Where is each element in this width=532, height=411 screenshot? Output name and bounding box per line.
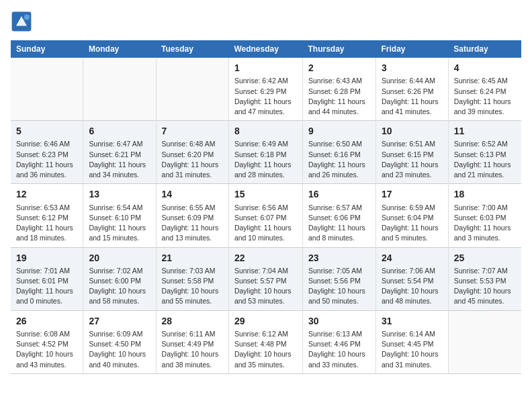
day-number: 12 <box>16 187 77 201</box>
day-info: Sunrise: 6:11 AM Sunset: 4:49 PM Dayligh… <box>162 329 223 370</box>
calendar-week-1: 1Sunrise: 6:42 AM Sunset: 6:29 PM Daylig… <box>11 58 521 121</box>
calendar-cell: 22Sunrise: 7:04 AM Sunset: 5:57 PM Dayli… <box>228 247 302 310</box>
weekday-header-friday: Friday <box>375 40 448 58</box>
calendar-cell: 23Sunrise: 7:05 AM Sunset: 5:56 PM Dayli… <box>303 247 376 310</box>
svg-point-2 <box>24 15 30 20</box>
calendar-cell <box>83 58 156 121</box>
day-number: 3 <box>382 61 443 75</box>
day-number: 19 <box>16 251 77 265</box>
calendar-cell: 15Sunrise: 6:56 AM Sunset: 6:07 PM Dayli… <box>228 184 302 247</box>
day-number: 17 <box>382 187 443 201</box>
day-info: Sunrise: 6:08 AM Sunset: 4:52 PM Dayligh… <box>16 329 77 370</box>
day-number: 13 <box>89 187 150 201</box>
calendar-cell: 18Sunrise: 7:00 AM Sunset: 6:03 PM Dayli… <box>448 184 521 247</box>
page-header <box>11 11 521 32</box>
calendar-cell: 11Sunrise: 6:52 AM Sunset: 6:13 PM Dayli… <box>448 121 521 184</box>
day-info: Sunrise: 7:02 AM Sunset: 6:00 PM Dayligh… <box>89 266 150 307</box>
weekday-header-thursday: Thursday <box>303 40 376 58</box>
day-info: Sunrise: 6:53 AM Sunset: 6:12 PM Dayligh… <box>16 203 77 244</box>
calendar-cell: 13Sunrise: 6:54 AM Sunset: 6:10 PM Dayli… <box>83 184 156 247</box>
day-info: Sunrise: 6:46 AM Sunset: 6:23 PM Dayligh… <box>16 139 77 180</box>
calendar-cell: 27Sunrise: 6:09 AM Sunset: 4:50 PM Dayli… <box>83 310 156 373</box>
calendar-cell: 28Sunrise: 6:11 AM Sunset: 4:49 PM Dayli… <box>156 310 228 373</box>
calendar-cell: 19Sunrise: 7:01 AM Sunset: 6:01 PM Dayli… <box>11 247 83 310</box>
day-number: 20 <box>89 251 150 265</box>
calendar-cell: 16Sunrise: 6:57 AM Sunset: 6:06 PM Dayli… <box>303 184 376 247</box>
calendar-cell: 7Sunrise: 6:48 AM Sunset: 6:20 PM Daylig… <box>156 121 228 184</box>
calendar-week-3: 12Sunrise: 6:53 AM Sunset: 6:12 PM Dayli… <box>11 184 521 247</box>
calendar-cell: 10Sunrise: 6:51 AM Sunset: 6:15 PM Dayli… <box>375 121 448 184</box>
calendar-cell: 6Sunrise: 6:47 AM Sunset: 6:21 PM Daylig… <box>83 121 156 184</box>
day-info: Sunrise: 6:51 AM Sunset: 6:15 PM Dayligh… <box>382 139 443 180</box>
day-number: 28 <box>162 314 223 328</box>
day-number: 15 <box>234 187 297 201</box>
day-number: 26 <box>16 314 77 328</box>
day-info: Sunrise: 6:52 AM Sunset: 6:13 PM Dayligh… <box>454 139 516 180</box>
day-number: 30 <box>308 314 370 328</box>
day-info: Sunrise: 6:13 AM Sunset: 4:46 PM Dayligh… <box>308 329 370 370</box>
day-info: Sunrise: 7:01 AM Sunset: 6:01 PM Dayligh… <box>16 266 77 307</box>
day-info: Sunrise: 6:50 AM Sunset: 6:16 PM Dayligh… <box>308 139 370 180</box>
calendar-cell <box>11 58 83 121</box>
calendar-cell: 21Sunrise: 7:03 AM Sunset: 5:58 PM Dayli… <box>156 247 228 310</box>
day-number: 21 <box>162 251 223 265</box>
day-info: Sunrise: 6:42 AM Sunset: 6:29 PM Dayligh… <box>234 76 297 117</box>
calendar-table: SundayMondayTuesdayWednesdayThursdayFrid… <box>11 40 521 374</box>
day-number: 11 <box>454 124 516 138</box>
calendar-cell: 17Sunrise: 6:59 AM Sunset: 6:04 PM Dayli… <box>375 184 448 247</box>
day-number: 7 <box>162 124 223 138</box>
calendar-cell <box>448 310 521 373</box>
calendar-cell: 24Sunrise: 7:06 AM Sunset: 5:54 PM Dayli… <box>375 247 448 310</box>
calendar-cell: 31Sunrise: 6:14 AM Sunset: 4:45 PM Dayli… <box>375 310 448 373</box>
day-number: 22 <box>234 251 297 265</box>
calendar-cell: 14Sunrise: 6:55 AM Sunset: 6:09 PM Dayli… <box>156 184 228 247</box>
logo-icon <box>11 11 32 32</box>
weekday-header-tuesday: Tuesday <box>156 40 228 58</box>
day-info: Sunrise: 7:05 AM Sunset: 5:56 PM Dayligh… <box>308 266 370 307</box>
calendar-week-4: 19Sunrise: 7:01 AM Sunset: 6:01 PM Dayli… <box>11 247 521 310</box>
day-number: 18 <box>454 187 516 201</box>
day-number: 5 <box>16 124 77 138</box>
day-number: 14 <box>162 187 223 201</box>
day-info: Sunrise: 7:00 AM Sunset: 6:03 PM Dayligh… <box>454 203 516 244</box>
day-number: 8 <box>234 124 297 138</box>
calendar-week-5: 26Sunrise: 6:08 AM Sunset: 4:52 PM Dayli… <box>11 310 521 373</box>
day-info: Sunrise: 6:57 AM Sunset: 6:06 PM Dayligh… <box>308 203 370 244</box>
day-number: 10 <box>382 124 443 138</box>
day-info: Sunrise: 6:12 AM Sunset: 4:48 PM Dayligh… <box>234 329 297 370</box>
day-info: Sunrise: 6:55 AM Sunset: 6:09 PM Dayligh… <box>162 203 223 244</box>
day-number: 16 <box>308 187 370 201</box>
day-number: 25 <box>454 251 516 265</box>
calendar-cell <box>156 58 228 121</box>
calendar-cell: 3Sunrise: 6:44 AM Sunset: 6:26 PM Daylig… <box>375 58 448 121</box>
calendar-cell: 1Sunrise: 6:42 AM Sunset: 6:29 PM Daylig… <box>228 58 302 121</box>
day-info: Sunrise: 6:49 AM Sunset: 6:18 PM Dayligh… <box>234 139 297 180</box>
day-info: Sunrise: 7:04 AM Sunset: 5:57 PM Dayligh… <box>234 266 297 307</box>
weekday-header-sunday: Sunday <box>11 40 83 58</box>
day-info: Sunrise: 6:48 AM Sunset: 6:20 PM Dayligh… <box>162 139 223 180</box>
weekday-header-monday: Monday <box>83 40 156 58</box>
calendar-cell: 25Sunrise: 7:07 AM Sunset: 5:53 PM Dayli… <box>448 247 521 310</box>
weekday-header-saturday: Saturday <box>448 40 521 58</box>
day-number: 1 <box>234 61 297 75</box>
day-info: Sunrise: 6:44 AM Sunset: 6:26 PM Dayligh… <box>382 76 443 117</box>
day-number: 9 <box>308 124 370 138</box>
day-info: Sunrise: 6:47 AM Sunset: 6:21 PM Dayligh… <box>89 139 150 180</box>
day-info: Sunrise: 7:03 AM Sunset: 5:58 PM Dayligh… <box>162 266 223 307</box>
day-info: Sunrise: 6:56 AM Sunset: 6:07 PM Dayligh… <box>234 203 297 244</box>
day-info: Sunrise: 6:59 AM Sunset: 6:04 PM Dayligh… <box>382 203 443 244</box>
day-number: 29 <box>234 314 297 328</box>
day-info: Sunrise: 6:09 AM Sunset: 4:50 PM Dayligh… <box>89 329 150 370</box>
calendar-cell: 29Sunrise: 6:12 AM Sunset: 4:48 PM Dayli… <box>228 310 302 373</box>
calendar-cell: 30Sunrise: 6:13 AM Sunset: 4:46 PM Dayli… <box>303 310 376 373</box>
day-info: Sunrise: 6:14 AM Sunset: 4:45 PM Dayligh… <box>382 329 443 370</box>
logo <box>11 11 35 32</box>
day-info: Sunrise: 6:43 AM Sunset: 6:28 PM Dayligh… <box>308 76 370 117</box>
day-info: Sunrise: 6:54 AM Sunset: 6:10 PM Dayligh… <box>89 203 150 244</box>
day-number: 27 <box>89 314 150 328</box>
calendar-cell: 26Sunrise: 6:08 AM Sunset: 4:52 PM Dayli… <box>11 310 83 373</box>
calendar-cell: 2Sunrise: 6:43 AM Sunset: 6:28 PM Daylig… <box>303 58 376 121</box>
calendar-cell: 12Sunrise: 6:53 AM Sunset: 6:12 PM Dayli… <box>11 184 83 247</box>
day-number: 6 <box>89 124 150 138</box>
day-info: Sunrise: 7:07 AM Sunset: 5:53 PM Dayligh… <box>454 266 516 307</box>
